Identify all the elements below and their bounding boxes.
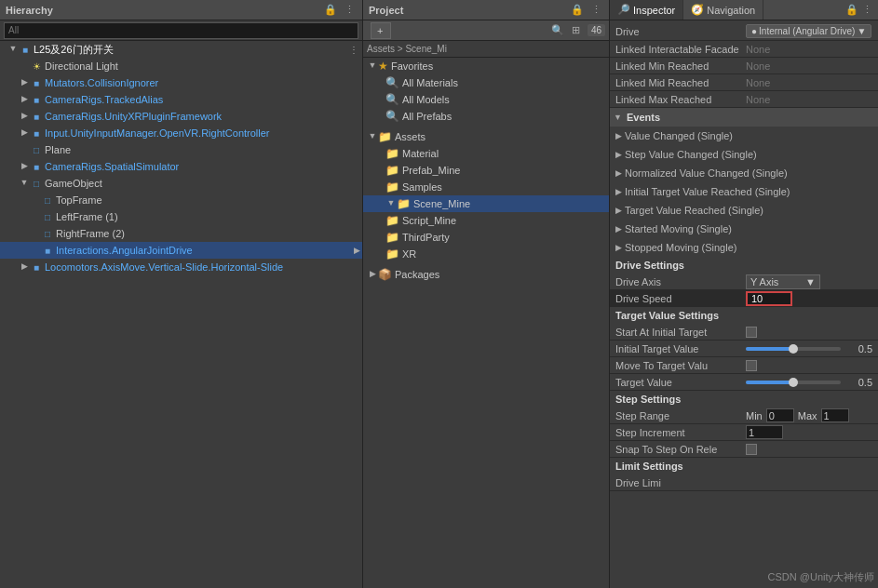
initial-target-label: Initial Target Value bbox=[615, 343, 746, 354]
project-panel: Project 🔒 ⋮ + 🔍 ⊞ 46 Assets > Scene_Mi ★ bbox=[363, 0, 610, 588]
list-item[interactable]: 🔍 All Prefabs bbox=[363, 108, 609, 125]
sort-icon[interactable]: ⊞ bbox=[569, 23, 584, 38]
events-section-header[interactable]: ▼ Events bbox=[610, 108, 878, 127]
tab-navigation[interactable]: 🧭 Navigation bbox=[683, 0, 763, 20]
list-item[interactable]: ■ Input.UnityInputManager.OpenVR.RightCo… bbox=[0, 125, 362, 141]
list-item[interactable]: ▶ Started Moving (Single) bbox=[610, 220, 878, 238]
list-item[interactable]: 📁 Prefab_Mine bbox=[363, 162, 609, 179]
item-arrow bbox=[30, 245, 41, 256]
list-item[interactable]: ■ Mutators.CollisionIgnorer bbox=[0, 74, 362, 91]
assets-folder[interactable]: 📁 Assets bbox=[363, 128, 609, 145]
inspector-more-icon[interactable]: ⋮ bbox=[859, 3, 874, 18]
packages-arrow[interactable] bbox=[367, 269, 378, 280]
list-item[interactable]: ▶ Stopped Moving (Single) bbox=[610, 238, 878, 257]
list-item[interactable]: ■ Interactions.AngularJointDrive ▶ bbox=[0, 242, 362, 259]
list-item[interactable]: 📁 ThirdParty bbox=[363, 229, 609, 246]
project-lock-icon[interactable]: 🔒 bbox=[570, 3, 585, 18]
hierarchy-more-icon[interactable]: ⋮ bbox=[342, 3, 357, 18]
tab-inspector[interactable]: 🔎 Inspector bbox=[610, 0, 683, 20]
event-arrow: ▶ bbox=[615, 206, 625, 215]
list-item[interactable]: □ TopFrame bbox=[0, 192, 362, 208]
initial-thumb[interactable] bbox=[789, 344, 798, 354]
list-item[interactable]: ■ CameraRigs.TrackedAlias bbox=[0, 91, 362, 108]
hierarchy-root-item[interactable]: ■ L25及26门的开关 ⋮ bbox=[0, 41, 362, 58]
snap-to-step-row: Snap To Step On Rele bbox=[610, 441, 878, 458]
target-value-slider[interactable]: 0.5 bbox=[746, 377, 872, 388]
list-item[interactable]: ▶ Initial Target Value Reached (Single) bbox=[610, 182, 878, 201]
initial-target-value-row: Initial Target Value 0.5 bbox=[610, 341, 878, 357]
list-item[interactable]: 🔍 All Models bbox=[363, 91, 609, 108]
start-at-initial-checkbox[interactable] bbox=[746, 327, 757, 338]
item-arrow[interactable] bbox=[19, 77, 30, 88]
hierarchy-tree: ■ L25及26门的开关 ⋮ ☀ Directional Light ■ Mut… bbox=[0, 41, 362, 588]
hierarchy-panel: Hierarchy 🔒 ⋮ ■ L25及26门的开关 ⋮ ☀ bbox=[0, 0, 363, 588]
list-item[interactable]: ■ Locomotors.AxisMove.Vertical-Slide.Hor… bbox=[0, 259, 362, 275]
list-item[interactable]: 📁 XR bbox=[363, 246, 609, 262]
project-title: Project bbox=[369, 5, 403, 16]
item-arrow[interactable] bbox=[19, 161, 30, 172]
item-icon: □ bbox=[41, 227, 54, 240]
list-item[interactable]: 🔍 All Materials bbox=[363, 74, 609, 91]
event-arrow: ▶ bbox=[615, 150, 625, 159]
target-thumb[interactable] bbox=[789, 378, 798, 387]
item-arrow bbox=[19, 144, 30, 155]
move-to-target-checkbox[interactable] bbox=[746, 360, 757, 371]
drive-axis-dropdown[interactable]: Y Axis ▼ bbox=[746, 274, 820, 289]
drive-axis-chevron: ▼ bbox=[805, 276, 816, 287]
project-more-icon[interactable]: ⋮ bbox=[588, 3, 603, 18]
item-label: Prefab_Mine bbox=[402, 165, 460, 176]
list-item[interactable]: ☀ Directional Light bbox=[0, 58, 362, 74]
list-item[interactable]: □ Plane bbox=[0, 141, 362, 158]
item-arrow[interactable] bbox=[19, 111, 30, 122]
list-item[interactable]: 📁 Scene_Mine bbox=[363, 195, 609, 212]
item-label: Mutators.CollisionIgnorer bbox=[45, 77, 158, 88]
list-item[interactable]: ■ CameraRigs.SpatialSimulator bbox=[0, 158, 362, 175]
snap-to-step-checkbox[interactable] bbox=[746, 444, 757, 455]
internal-badge[interactable]: ● Internal (Angular Drive) ▼ bbox=[746, 24, 871, 38]
list-item[interactable]: ▶ Step Value Changed (Single) bbox=[610, 145, 878, 164]
list-item[interactable]: ▶ Target Value Reached (Single) bbox=[610, 201, 878, 220]
initial-target-slider[interactable]: 0.5 bbox=[746, 343, 872, 354]
list-item[interactable]: 📁 Samples bbox=[363, 179, 609, 195]
folder-icon: 📁 bbox=[397, 197, 411, 210]
assets-arrow[interactable] bbox=[367, 131, 378, 142]
item-arrow[interactable] bbox=[19, 261, 30, 273]
project-toolbar: + 🔍 ⊞ 46 bbox=[363, 20, 609, 41]
folder-icon: 📁 bbox=[385, 180, 399, 194]
list-item[interactable]: ▶ Value Changed (Single) bbox=[610, 127, 878, 145]
hierarchy-search-input[interactable] bbox=[4, 22, 358, 39]
initial-target-val: 0.5 bbox=[844, 343, 872, 354]
item-arrow[interactable] bbox=[19, 127, 30, 139]
project-add-button[interactable]: + bbox=[371, 22, 391, 39]
list-item[interactable]: □ GameObject bbox=[0, 175, 362, 192]
hierarchy-root-more[interactable]: ⋮ bbox=[349, 45, 358, 55]
event-label: Target Value Reached (Single) bbox=[625, 205, 763, 216]
list-item[interactable]: ▶ Normalized Value Changed (Single) bbox=[610, 164, 878, 182]
step-min-input[interactable] bbox=[766, 408, 794, 422]
folder-icon: 📁 bbox=[385, 147, 399, 160]
packages-folder[interactable]: 📦 Packages bbox=[363, 266, 609, 283]
hierarchy-lock-icon[interactable]: 🔒 bbox=[323, 3, 338, 18]
item-expand-arrow[interactable]: ▶ bbox=[354, 246, 360, 255]
favorites-folder[interactable]: ★ Favorites bbox=[363, 58, 609, 74]
folder-arrow[interactable] bbox=[385, 198, 397, 209]
favorites-arrow[interactable] bbox=[367, 60, 378, 72]
hierarchy-root-label: L25及26门的开关 bbox=[34, 43, 114, 57]
drive-speed-row: Drive Speed bbox=[610, 290, 878, 307]
hierarchy-root-arrow[interactable] bbox=[7, 44, 19, 55]
inspector-lock-icon[interactable]: 🔒 bbox=[844, 3, 859, 18]
list-item[interactable]: □ LeftFrame (1) bbox=[0, 208, 362, 225]
drive-speed-input[interactable] bbox=[746, 291, 792, 306]
inspector-tabs: 🔎 Inspector 🧭 Navigation 🔒 ⋮ bbox=[610, 0, 878, 20]
list-item[interactable]: 📁 Material bbox=[363, 145, 609, 162]
search-icon[interactable]: 🔍 bbox=[550, 23, 565, 38]
list-item[interactable]: □ RightFrame (2) bbox=[0, 225, 362, 242]
step-increment-input[interactable] bbox=[746, 425, 783, 439]
step-max-input[interactable] bbox=[821, 408, 849, 422]
list-item[interactable]: 📁 Script_Mine bbox=[363, 212, 609, 229]
list-item[interactable]: ■ CameraRigs.UnityXRPluginFramework bbox=[0, 108, 362, 125]
target-track bbox=[746, 381, 841, 384]
item-arrow[interactable] bbox=[19, 94, 30, 105]
item-arrow[interactable] bbox=[19, 178, 30, 189]
drive-limit-row: Drive Limi bbox=[610, 474, 878, 491]
